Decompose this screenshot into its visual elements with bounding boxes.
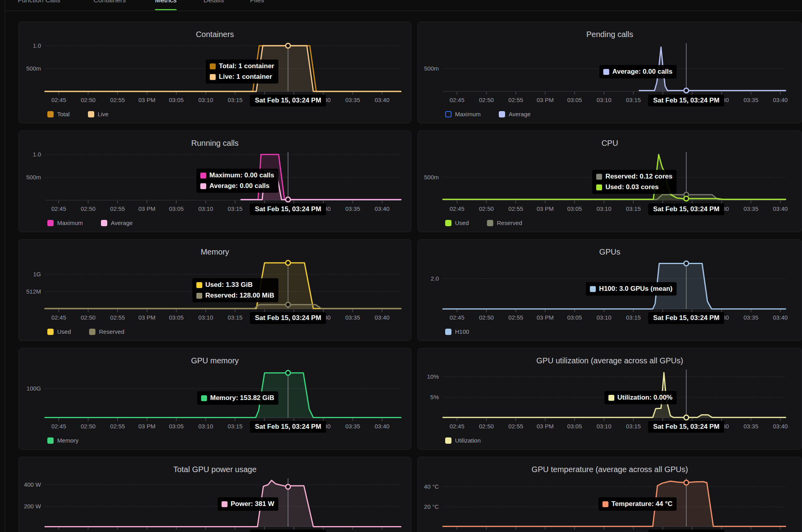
tooltip-text: Live: 1 container <box>219 73 272 81</box>
date-tooltip: Sat Feb 15, 03:24 PM <box>648 203 724 215</box>
tooltip-text: Reserved: 128.00 MiB <box>205 292 274 299</box>
chart-panel-gpu-memory: GPU memory100G02:4502:5002:5503 PM03:050… <box>19 348 411 450</box>
tab-containers[interactable]: Containers <box>93 0 126 4</box>
chart-panel-gpu-temperature: GPU temperature (average across all GPUs… <box>418 457 802 532</box>
value-tooltip: Maximum: 0.00 callsAverage: 0.00 calls <box>196 169 278 193</box>
series-marker <box>285 43 290 48</box>
tooltip-swatch-icon <box>596 184 602 190</box>
tooltip-text: H100: 3.0 GPUs (mean) <box>599 285 672 293</box>
tooltip-text: Temperature: 44 °C <box>612 500 673 508</box>
value-tooltip: Utilization: 0.00% <box>604 391 677 404</box>
tab-function-calls[interactable]: Function Calls <box>18 0 60 4</box>
tabbar-separator <box>5 11 802 11</box>
page-left-border <box>5 0 5 532</box>
tooltip-swatch-icon <box>196 293 202 299</box>
tooltip-swatch-icon <box>608 395 614 401</box>
tooltip-swatch-icon <box>210 74 216 80</box>
tooltip-swatch-icon <box>590 286 596 292</box>
tooltip-swatch-icon <box>603 69 609 75</box>
date-tooltip: Sat Feb 15, 03:24 PM <box>648 421 724 433</box>
tooltip-row: Average: 0.00 calls <box>603 68 672 76</box>
chart-panel-pending-calls: Pending calls500m02:4502:5002:5503 PM03:… <box>418 22 802 123</box>
tooltip-swatch-icon <box>201 395 207 401</box>
chart-panel-gpu-utilization: GPU utilization (average across all GPUs… <box>418 348 802 450</box>
series-marker <box>285 260 290 265</box>
tooltip-row: Utilization: 0.00% <box>608 394 673 402</box>
series-marker <box>285 302 290 307</box>
tooltip-text: Used: 0.03 cores <box>605 183 658 191</box>
series-marker <box>684 196 688 201</box>
chart-panel-memory: Memory1G512M02:4502:5002:5503 PM03:0503:… <box>19 239 411 341</box>
tooltip-text: Power: 381 W <box>231 500 274 508</box>
tooltip-row: Memory: 153.82 GiB <box>201 394 274 402</box>
value-tooltip: Power: 381 W <box>218 497 278 511</box>
date-tooltip: Sat Feb 15, 03:24 PM <box>250 421 326 433</box>
value-tooltip: Used: 1.33 GiBReserved: 128.00 MiB <box>192 278 278 302</box>
series-marker <box>285 197 290 202</box>
tooltip-row: Live: 1 container <box>210 73 274 81</box>
tooltip-row: Power: 381 W <box>222 500 274 508</box>
date-tooltip: Sat Feb 15, 03:24 PM <box>250 530 326 532</box>
tooltip-swatch-icon <box>210 63 216 69</box>
tooltip-swatch-icon <box>222 501 228 507</box>
value-tooltip: H100: 3.0 GPUs (mean) <box>586 282 676 296</box>
chart-panel-cpu: CPU500m02:4502:5002:5503 PM03:0503:1003:… <box>418 130 802 232</box>
tooltip-swatch-icon <box>602 501 608 507</box>
series-marker <box>684 88 688 93</box>
tooltip-swatch-icon <box>196 282 202 288</box>
value-tooltip: Total: 1 containerLive: 1 container <box>206 60 278 84</box>
series-marker <box>285 484 290 489</box>
tooltip-swatch-icon <box>596 174 602 180</box>
date-tooltip: Sat Feb 15, 03:24 PM <box>648 95 724 106</box>
tooltip-row: Used: 1.33 GiB <box>196 281 274 289</box>
metrics-dashboard: { "page": { "accent_green": "#58c643", "… <box>0 0 802 532</box>
tooltip-text: Total: 1 container <box>219 62 274 70</box>
date-tooltip: Sat Feb 15, 03:24 PM <box>250 312 326 324</box>
tab-bar: Function CallsContainersMetricsDetailsFi… <box>0 0 802 10</box>
value-tooltip: Memory: 153.82 GiB <box>197 391 278 405</box>
tooltip-row: Used: 0.03 cores <box>596 183 672 191</box>
chart-panel-gpus: GPUs2.002:4502:5002:5503 PM03:0503:1003:… <box>418 239 802 341</box>
chart-plot[interactable] <box>19 457 412 532</box>
series-marker <box>285 370 290 375</box>
value-tooltip: Temperature: 44 °C <box>599 497 677 511</box>
tooltip-text: Utilization: 0.00% <box>617 394 673 402</box>
chart-plot[interactable] <box>418 457 802 532</box>
tooltip-text: Average: 0.00 calls <box>612 68 672 76</box>
series-marker <box>684 480 688 485</box>
tooltip-row: Temperature: 44 °C <box>602 500 673 508</box>
tooltip-text: Average: 0.00 calls <box>209 182 269 190</box>
chart-panel-running-calls: Running calls1.0500m02:4502:5002:5503 PM… <box>19 130 411 232</box>
tooltip-row: H100: 3.0 GPUs (mean) <box>590 285 672 293</box>
series-marker <box>684 261 688 266</box>
tooltip-swatch-icon <box>200 173 206 179</box>
tab-metrics[interactable]: Metrics <box>155 0 177 4</box>
tooltip-row: Reserved: 128.00 MiB <box>196 292 274 299</box>
active-tab-underline <box>155 9 177 10</box>
tooltip-text: Maximum: 0.00 calls <box>209 171 274 179</box>
date-tooltip: Sat Feb 15, 03:24 PM <box>648 530 724 532</box>
tooltip-swatch-icon <box>200 183 206 189</box>
value-tooltip: Average: 0.00 calls <box>599 65 676 78</box>
series-marker <box>684 415 688 420</box>
tooltip-row: Maximum: 0.00 calls <box>200 171 274 179</box>
tooltip-text: Memory: 153.82 GiB <box>210 394 274 402</box>
tooltip-row: Reserved: 0.12 cores <box>596 173 672 180</box>
date-tooltip: Sat Feb 15, 03:24 PM <box>250 95 326 106</box>
date-tooltip: Sat Feb 15, 03:24 PM <box>648 312 724 324</box>
chart-panel-total-gpu-power-usage: Total GPU power usage400 W200 W02:4502:5… <box>19 457 411 532</box>
tab-files[interactable]: Files <box>250 0 264 4</box>
tooltip-text: Reserved: 0.12 cores <box>605 173 672 180</box>
tab-details[interactable]: Details <box>203 0 224 4</box>
date-tooltip: Sat Feb 15, 03:24 PM <box>250 203 326 215</box>
tooltip-row: Average: 0.00 calls <box>200 182 274 190</box>
tooltip-text: Used: 1.33 GiB <box>205 281 253 289</box>
tooltip-row: Total: 1 container <box>210 62 274 70</box>
chart-panel-containers: Containers1.0500m02:4502:5002:5503 PM03:… <box>19 22 411 123</box>
value-tooltip: Reserved: 0.12 coresUsed: 0.03 cores <box>592 170 676 194</box>
